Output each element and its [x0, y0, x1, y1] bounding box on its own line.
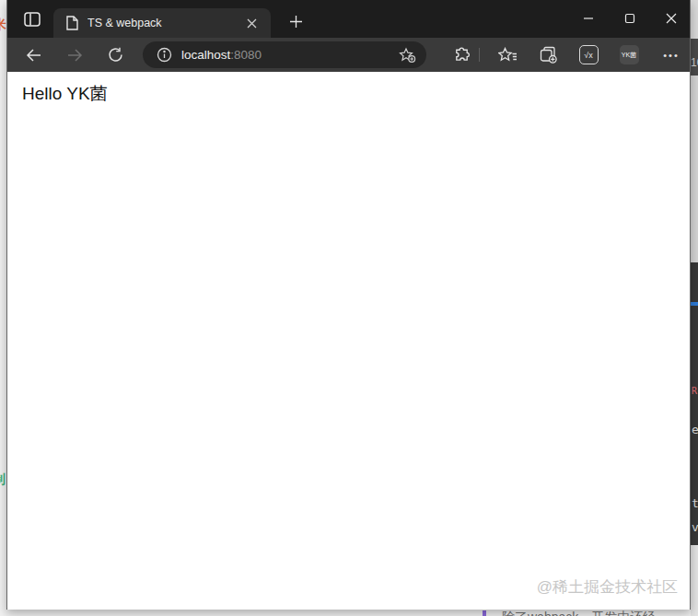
- refresh-button[interactable]: [101, 41, 129, 68]
- back-arrow-icon: [26, 48, 42, 63]
- background-bottom-text: 除了webpack，开发中还经: [502, 610, 656, 616]
- avatar: YK菌: [620, 45, 639, 64]
- background-left-top-fragment: 米: [0, 17, 6, 30]
- refresh-icon: [108, 47, 123, 63]
- background-code-fragment-a: R: [692, 387, 697, 396]
- window-maximize-button[interactable]: [609, 0, 650, 37]
- page-content: Hello YK菌 @稀土掘金技术社区: [7, 72, 690, 610]
- collections-button[interactable]: [534, 41, 562, 68]
- close-icon: [666, 13, 677, 24]
- toolbar-separator: [479, 48, 480, 62]
- background-left-bottom-fragment: 制: [0, 472, 6, 485]
- star-list-icon: [498, 47, 518, 64]
- new-tab-button[interactable]: [280, 7, 311, 35]
- tab-title: TS & webpack: [87, 17, 241, 29]
- navigation-toolbar: localhost:8080: [7, 38, 690, 72]
- background-code-fragment-b: e: [692, 424, 698, 436]
- puzzle-icon: [453, 46, 471, 64]
- plus-icon: [289, 15, 303, 29]
- background-right-top-fragment: 10: [691, 57, 698, 68]
- browser-window: TS & webpack: [6, 0, 691, 610]
- background-right-strip: 10 R e t v: [691, 0, 698, 616]
- extensions-button[interactable]: [448, 41, 475, 68]
- url-host: localhost: [181, 48, 230, 62]
- background-bottom-strip: 除了webpack，开发中还经: [6, 610, 691, 616]
- back-button[interactable]: [20, 41, 48, 68]
- url-port: :8080: [230, 48, 262, 62]
- forward-arrow-icon: [66, 48, 83, 63]
- favorites-button[interactable]: [494, 41, 521, 68]
- url-text[interactable]: localhost:8080: [181, 48, 395, 62]
- tab-actions-menu-button[interactable]: [17, 4, 48, 34]
- tab-close-icon[interactable]: [241, 13, 262, 33]
- maximize-icon: [624, 13, 635, 24]
- math-solver-icon: √x: [579, 45, 599, 64]
- background-left-strip: 米 制: [0, 0, 6, 616]
- math-solver-button[interactable]: √x: [575, 41, 602, 68]
- forward-button[interactable]: [61, 41, 88, 68]
- background-right-light-bottom: [691, 545, 698, 616]
- background-right-dark-top: 10: [691, 39, 698, 76]
- background-right-scrollbar: [691, 76, 698, 262]
- tab-ts-webpack[interactable]: TS & webpack: [53, 8, 271, 38]
- page-favicon-icon: [65, 16, 78, 30]
- page-greeting-text: Hello YK菌: [22, 82, 108, 106]
- window-minimize-button[interactable]: [567, 0, 609, 37]
- ellipsis-icon: •••: [663, 50, 680, 61]
- background-code-fragment-c: t: [692, 497, 698, 509]
- minimize-icon: [583, 13, 594, 24]
- profile-button[interactable]: YK菌: [615, 41, 643, 68]
- tab-bar: TS & webpack: [7, 0, 690, 38]
- collections-icon: [539, 46, 557, 64]
- background-code-fragment-d: v: [692, 521, 698, 533]
- address-bar[interactable]: localhost:8080: [143, 41, 426, 68]
- site-info-button[interactable]: [152, 43, 176, 67]
- tab-actions-icon: [24, 12, 41, 27]
- background-right-light-top: [691, 0, 698, 39]
- add-favorite-button[interactable]: [395, 43, 419, 67]
- background-right-blue-line: [691, 302, 698, 306]
- background-right-code-block: R e t v: [691, 262, 698, 545]
- settings-and-more-button[interactable]: •••: [657, 41, 685, 68]
- window-close-button[interactable]: [650, 0, 692, 37]
- watermark-text: @稀土掘金技术社区: [537, 576, 678, 598]
- background-quote-bar: [483, 610, 486, 616]
